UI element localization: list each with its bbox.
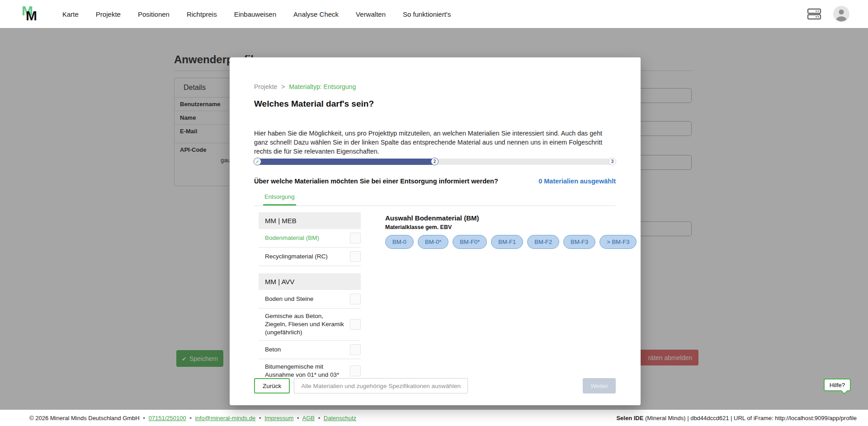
group-header-mm-meb: MM | MEB [259, 212, 361, 229]
back-button[interactable]: Zurück [254, 378, 290, 393]
chip-bm-0[interactable]: BM-0 [385, 235, 414, 249]
footer-right: Selen IDE (Mineral Minds) | dbd44dccd621… [616, 415, 857, 421]
material-checkbox[interactable] [350, 344, 361, 355]
material-label: Boden und Steine [265, 295, 350, 303]
help-label: Hilfe? [830, 382, 845, 389]
material-checkbox[interactable] [350, 294, 361, 304]
select-all-button[interactable]: Alle Materialien und zugehörige Spezifik… [294, 378, 468, 393]
footer-link-impressum[interactable]: Impressum [264, 415, 293, 421]
copyright-text: © 2026 Mineral Minds Deutschland GmbH [29, 415, 140, 421]
material-list: MM | MEB Bodenmaterial (BM) Recyclingmat… [259, 212, 361, 383]
iframe-info: (Mineral Minds) | dbd44dccd621 | URL of … [643, 415, 857, 421]
footer-left: © 2026 Mineral Minds Deutschland GmbH • … [29, 415, 356, 421]
question-text: Über welche Materialien möchten Sie bei … [254, 178, 498, 185]
material-dialog: Projekte > Materialtyp: Entsorgung Welch… [230, 57, 641, 405]
selection-subtitle: Materialklasse gem. EBV [385, 224, 617, 230]
material-row-beton[interactable]: Beton [259, 341, 361, 359]
tab-bar: Entsorgung [254, 192, 616, 206]
nav-item-analyse-check[interactable]: Analyse Check [293, 10, 339, 18]
main-nav: Karte Projekte Positionen Richtpreis Ein… [62, 10, 451, 18]
nav-item-projekte[interactable]: Projekte [96, 10, 121, 18]
dialog-description: Hier haben Sie die Möglichkeit, uns pro … [254, 129, 617, 156]
material-checkbox[interactable] [350, 365, 361, 376]
material-checkbox[interactable] [350, 233, 361, 243]
page-footer: © 2026 Mineral Minds Deutschland GmbH • … [0, 410, 868, 426]
selection-panel: Auswahl Bodenmaterial (BM) Materialklass… [385, 214, 617, 249]
server-icon[interactable] [807, 7, 822, 21]
material-row-recyclingmaterial[interactable]: Recyclingmaterial (RC) [259, 248, 361, 266]
material-row-bodenmaterial[interactable]: Bodenmaterial (BM) [259, 229, 361, 248]
footer-link-datenschutz[interactable]: Datenschutz [324, 415, 356, 421]
material-label: Bodenmaterial (BM) [265, 234, 350, 242]
nav-item-richtpreis[interactable]: Richtpreis [187, 10, 217, 18]
nav-item-verwalten[interactable]: Verwalten [356, 10, 386, 18]
nav-item-so-funktionierts[interactable]: So funktioniert's [403, 10, 451, 18]
navbar-right [807, 5, 850, 23]
screen: M M Karte Projekte Positionen Richtpreis… [0, 0, 868, 426]
next-button-disabled[interactable]: Weiter [583, 378, 616, 393]
progress-bar: ✓ 2 3 [254, 159, 616, 165]
tab-entsorgung[interactable]: Entsorgung [263, 192, 296, 206]
selected-count[interactable]: 0 Materialien ausgewählt [538, 178, 616, 185]
breadcrumb-separator: > [281, 83, 285, 90]
help-bubble[interactable]: Hilfe? [824, 379, 851, 391]
progress-step-3: 3 [609, 158, 616, 165]
material-row-boden-und-steine[interactable]: Boden und Steine [259, 290, 361, 309]
material-label: Recyclingmaterial (RC) [265, 253, 350, 261]
material-label: Beton [265, 346, 350, 354]
progress-fill [254, 159, 435, 165]
chip-bm-f2[interactable]: BM-F2 [527, 235, 559, 249]
chip-gt-bm-f3[interactable]: > BM-F3 [599, 235, 637, 249]
material-label: Bitumengemische mit Ausnahme von 01* und… [265, 363, 350, 379]
breadcrumb: Projekte > Materialtyp: Entsorgung [254, 83, 356, 90]
ide-label: Selen IDE [616, 415, 643, 421]
nav-item-karte[interactable]: Karte [62, 10, 79, 18]
nav-item-positionen[interactable]: Positionen [138, 10, 170, 18]
top-navbar: M M Karte Projekte Positionen Richtpreis… [0, 0, 868, 28]
dialog-title: Welches Material darf's sein? [254, 99, 374, 109]
progress-step-1-done: ✓ [254, 158, 261, 165]
selection-title: Auswahl Bodenmaterial (BM) [385, 214, 617, 222]
nav-item-einbauweisen[interactable]: Einbauweisen [234, 10, 276, 18]
chip-bm-f3[interactable]: BM-F3 [563, 235, 595, 249]
material-class-chips: BM-0 BM-0* BM-F0* BM-F1 BM-F2 BM-F3 > BM… [385, 235, 617, 249]
progress-step-2: 2 [431, 158, 439, 165]
breadcrumb-parent[interactable]: Projekte [254, 83, 277, 90]
question-row: Über welche Materialien möchten Sie bei … [254, 178, 616, 185]
material-row-gemische[interactable]: Gemische aus Beton, Ziegeln, Fliesen und… [259, 309, 361, 341]
chip-bm-f0star[interactable]: BM-F0* [453, 235, 487, 249]
footer-link-agb[interactable]: AGB [302, 415, 315, 421]
group-header-mm-avv: MM | AVV [259, 273, 361, 290]
logo-black-m: M [26, 8, 37, 23]
footer-link-email[interactable]: info@mineral-minds.de [195, 415, 255, 421]
material-checkbox[interactable] [350, 319, 361, 330]
chip-bm-f1[interactable]: BM-F1 [491, 235, 523, 249]
material-label: Gemische aus Beton, Ziegeln, Fliesen und… [265, 312, 350, 337]
material-checkbox[interactable] [350, 251, 361, 262]
footer-link-phone[interactable]: 07151/250100 [149, 415, 186, 421]
breadcrumb-current: Materialtyp: Entsorgung [289, 83, 356, 90]
dialog-footer: Zurück Alle Materialien und zugehörige S… [254, 378, 616, 393]
brand-logo[interactable]: M M [18, 2, 42, 26]
chip-bm-0star[interactable]: BM-0* [418, 235, 448, 249]
user-avatar[interactable] [833, 5, 850, 23]
